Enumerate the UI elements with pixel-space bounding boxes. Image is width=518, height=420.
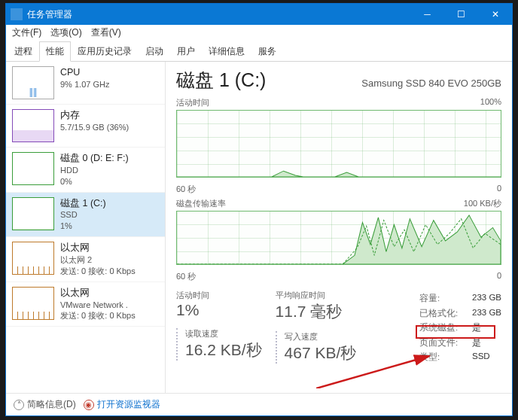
eth-thumb <box>12 287 54 320</box>
sidebar-item-eth1[interactable]: 以太网以太网 2发送: 0 接收: 0 Kbps <box>6 237 165 282</box>
tab-performance[interactable]: 性能 <box>39 41 71 62</box>
main-panel: 磁盘 1 (C:) Samsung SSD 840 EVO 250GB 活动时间… <box>166 62 512 393</box>
activity-chart <box>176 110 501 178</box>
mem-thumb <box>12 109 54 142</box>
tab-users[interactable]: 用户 <box>170 41 202 61</box>
chart1-right: 100% <box>480 97 501 108</box>
sidebar-item-cpu[interactable]: CPU9% 1.07 GHz <box>6 62 165 105</box>
close-button[interactable]: ✕ <box>478 4 512 25</box>
cpu-thumb <box>12 66 54 99</box>
footer: ˄简略信息(D) ◉打开资源监视器 <box>6 393 512 415</box>
stat-active-label: 活动时间 <box>176 290 262 301</box>
sidebar-label: 磁盘 1 (C:) <box>60 197 106 210</box>
chevron-up-icon: ˄ <box>14 400 24 410</box>
chart2-foot: 60 秒 <box>176 271 196 282</box>
eth-thumb <box>12 242 54 275</box>
stat-resp-val: 11.7 毫秒 <box>276 301 357 322</box>
body: CPU9% 1.07 GHz 内存5.7/15.9 GB (36%) 磁盘 0 … <box>6 62 512 393</box>
chart2-right: 100 KB/秒 <box>464 198 501 209</box>
monitor-icon: ◉ <box>84 400 94 410</box>
stat-active-val: 1% <box>176 301 262 319</box>
sidebar-label: 内存 <box>60 109 129 122</box>
kv-table: 容量:233 GB 已格式化:233 GB 系统磁盘:是 页面文件:是 类型:S… <box>419 293 501 364</box>
menu-file[interactable]: 文件(F) <box>8 25 46 41</box>
sidebar-item-eth2[interactable]: 以太网VMware Network .发送: 0 接收: 0 Kbps <box>6 282 165 327</box>
stat-read-label: 读取速度 <box>185 328 262 339</box>
tab-services[interactable]: 服务 <box>251 41 283 61</box>
stat-write-val: 467 KB/秒 <box>285 342 357 364</box>
sidebar-label: CPU <box>60 66 109 79</box>
chart1-label: 活动时间 <box>176 97 209 108</box>
menubar: 文件(F) 选项(O) 查看(V) <box>6 25 512 40</box>
sidebar-label: 磁盘 0 (D: E: F:) <box>60 152 129 165</box>
minimize-button[interactable]: ─ <box>410 4 444 25</box>
tabs: 进程 性能 应用历史记录 启动 用户 详细信息 服务 <box>6 40 512 62</box>
sidebar-item-disk0[interactable]: 磁盘 0 (D: E: F:)HDD0% <box>6 148 165 193</box>
tab-history[interactable]: 应用历史记录 <box>71 41 139 61</box>
tab-details[interactable]: 详细信息 <box>202 41 251 61</box>
resource-monitor-link[interactable]: ◉打开资源监视器 <box>84 398 160 411</box>
menu-view[interactable]: 查看(V) <box>87 25 126 41</box>
window-title: 任务管理器 <box>27 8 410 21</box>
collapse-button[interactable]: ˄简略信息(D) <box>14 398 76 411</box>
app-icon <box>11 8 23 20</box>
stat-read-val: 16.2 KB/秒 <box>185 339 262 361</box>
sidebar-item-disk1[interactable]: 磁盘 1 (C:)SSD1% <box>6 193 165 238</box>
titlebar[interactable]: 任务管理器 ─ ☐ ✕ <box>6 4 512 25</box>
sidebar-label: 以太网 <box>60 287 136 300</box>
stat-write-label: 写入速度 <box>285 331 357 342</box>
task-manager-window: 任务管理器 ─ ☐ ✕ 文件(F) 选项(O) 查看(V) 进程 性能 应用历史… <box>5 3 513 416</box>
page-title: 磁盘 1 (C:) <box>176 68 266 93</box>
sidebar-label: 以太网 <box>60 242 136 254</box>
device-name: Samsung SSD 840 EVO 250GB <box>361 78 501 89</box>
stat-resp-label: 平均响应时间 <box>276 290 357 301</box>
disk-thumb <box>12 152 54 185</box>
disk-thumb <box>12 197 54 230</box>
menu-options[interactable]: 选项(O) <box>46 25 86 41</box>
tab-processes[interactable]: 进程 <box>8 41 39 61</box>
transfer-chart <box>176 211 501 265</box>
chart1-foot: 60 秒 <box>176 184 196 195</box>
chart2-label: 磁盘传输速率 <box>176 198 226 209</box>
tab-startup[interactable]: 启动 <box>139 41 170 61</box>
sidebar-item-memory[interactable]: 内存5.7/15.9 GB (36%) <box>6 105 165 148</box>
maximize-button[interactable]: ☐ <box>444 4 478 25</box>
sidebar: CPU9% 1.07 GHz 内存5.7/15.9 GB (36%) 磁盘 0 … <box>6 62 166 393</box>
